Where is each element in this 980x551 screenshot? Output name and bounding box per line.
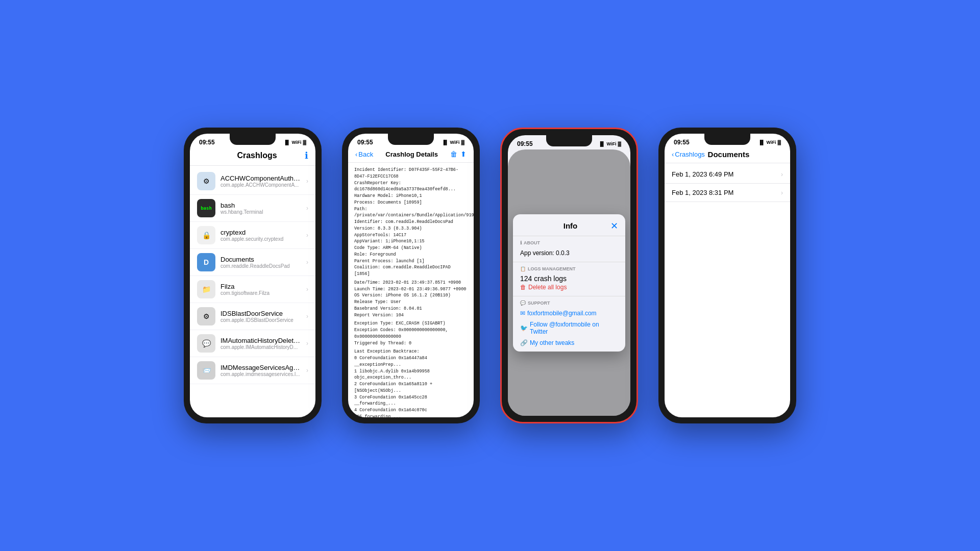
app-icon-ids: ⚙ [197,307,215,325]
app-info-documents: Documents com.readdle.ReaddleDocsPad [220,256,301,269]
content-2: Incident Identifier: D07F435F-55F2-47B6-… [348,163,474,417]
notch4 [704,134,750,145]
info-overlay: Info ✕ ℹ ABOUT App version: 0.0.3 [508,149,630,416]
chevron-imd: › [306,367,308,374]
nav-title-1: Crashlogs [209,151,305,160]
app-icon-imd: 📨 [197,361,215,380]
info-section-about: ℹ ABOUT App version: 0.0.3 [513,236,625,262]
status-time-1: 09:55 [199,139,215,146]
app-name-documents: Documents [220,256,301,263]
app-name-cryptexd: cryptexd [220,229,301,236]
signal-icon-2: ▐▌ [442,140,449,145]
notch1 [230,134,276,145]
app-item-im[interactable]: 💬 IMAutomaticHistoryDeletion... com.appl… [190,330,315,357]
status-time-4: 09:55 [674,139,690,146]
app-icon-filza: 📁 [197,280,215,298]
twitter-icon: 🐦 [520,324,528,332]
app-item-documents[interactable]: D Documents com.readdle.ReaddleDocsPad › [190,249,315,276]
phone2-crashlog-detail: 09:55 ▐▌ WiFi ▓ ‹ Back Crashlog Details … [342,128,480,423]
wifi-icon-1: WiFi [292,140,302,145]
app-item-filza[interactable]: 📁 Filza com.tigisoftware.Filza › [190,276,315,303]
app-info-acchw: ACCHWComponentAuthSer... com.apple.ACCHW… [220,174,301,188]
status-icons-1: ▐▌ WiFi ▓ [284,140,306,145]
nav-actions-2: 🗑 ⬆ [450,150,467,158]
app-info-bash: bash ws.hbang.Terminal [220,202,301,215]
doc-chevron-2: › [781,189,783,196]
app-info-im: IMAutomaticHistoryDeletion... com.apple.… [220,337,301,350]
back-button-4[interactable]: ‹ Crashlogs [672,151,705,158]
nav-bar-1: Crashlogs ℹ [190,148,315,166]
app-bundle-documents: com.readdle.ReaddleDocsPad [220,263,301,269]
doc-date-1: Feb 1, 2023 6:49 PM [672,170,733,178]
status-icons-4: ▐▌ WiFi ▓ [758,140,781,145]
app-icon-acchw: ⚙ [197,172,215,190]
chevron-im: › [306,340,308,347]
about-label: ℹ ABOUT [520,240,618,245]
app-version-row: App version: 0.0.3 [520,248,618,258]
app-bundle-cryptexd: com.apple.security.cryptexd [220,236,301,242]
app-item-ids[interactable]: ⚙ IDSBlastDoorService com.apple.IDSBlast… [190,303,315,330]
content-3: Info ✕ ℹ ABOUT App version: 0.0.3 [508,149,630,416]
app-bundle-bash: ws.hbang.Terminal [220,209,301,215]
crash-detail-content: Incident Identifier: D07F435F-55F2-47B6-… [348,163,474,417]
phone1-crashlogs: 09:55 ▐▌ WiFi ▓ Crashlogs ℹ ⚙ ACCHWCompo… [184,128,322,423]
battery-icon-2: ▓ [461,140,464,145]
email-row[interactable]: ✉ foxfortmobile@gmail.com [520,309,618,318]
app-name-acchw: ACCHWComponentAuthSer... [220,174,301,182]
info-icon-1[interactable]: ℹ [305,150,308,161]
doc-item-1[interactable]: Feb 1, 2023 6:49 PM › [665,165,790,184]
doc-item-2[interactable]: Feb 1, 2023 8:31 PM › [665,184,790,202]
other-tweaks-row[interactable]: 🔗 My other tweaks [520,338,618,347]
app-item-imd[interactable]: 📨 IMDMessageServicesAgent com.apple.imdm… [190,357,315,384]
app-bundle-imd: com.apple.imdmessageservices.l... [220,371,301,377]
app-name-ids: IDSBlastDoorService [220,310,301,317]
notch3 [546,135,592,146]
info-modal-title: Info [530,221,610,230]
chevron-documents: › [306,259,308,266]
chevron-cryptexd: › [306,232,308,239]
content-1: ⚙ ACCHWComponentAuthSer... com.apple.ACC… [190,166,315,417]
app-item-acchw[interactable]: ⚙ ACCHWComponentAuthSer... com.apple.ACC… [190,168,315,195]
about-icon: ℹ [520,240,522,245]
twitter-row[interactable]: 🐦 Follow @foxfortmobile on Twitter [520,320,618,336]
app-icon-cryptexd: 🔒 [197,226,215,244]
content-4: Feb 1, 2023 6:49 PM › Feb 1, 2023 8:31 P… [665,163,790,417]
logs-label: 📋 LOGS MANAGEMENT [520,266,618,271]
back-button-2[interactable]: ‹ Back [355,151,373,158]
status-icons-2: ▐▌ WiFi ▓ [442,140,464,145]
delete-icon-2[interactable]: 🗑 [450,150,457,158]
share-icon-2[interactable]: ⬆ [460,150,467,158]
info-modal: Info ✕ ℹ ABOUT App version: 0.0.3 [513,214,625,352]
app-name-im: IMAutomaticHistoryDeletion... [220,337,301,344]
logs-icon: 📋 [520,266,526,271]
close-button[interactable]: ✕ [610,220,618,232]
app-icon-im: 💬 [197,334,215,353]
app-bundle-im: com.apple.IMAutomaticHistoryD... [220,344,301,350]
app-name-bash: bash [220,202,301,209]
app-bundle-acchw: com.apple.ACCHWComponentA... [220,182,301,188]
app-info-ids: IDSBlastDoorService com.apple.IDSBlastDo… [220,310,301,323]
crash-logs-count: 124 crash logs [520,274,618,283]
doc-list: Feb 1, 2023 6:49 PM › Feb 1, 2023 8:31 P… [665,163,790,204]
signal-icon-3: ▐▌ [599,141,605,146]
nav-bar-2: ‹ Back Crashlog Details 🗑 ⬆ [348,148,474,163]
doc-date-2: Feb 1, 2023 8:31 PM [672,189,733,196]
phone4-documents: 09:55 ▐▌ WiFi ▓ ‹ Crashlogs Documents Fe… [658,128,796,423]
app-name-filza: Filza [220,283,301,290]
app-item-cryptexd[interactable]: 🔒 cryptexd com.apple.security.cryptexd › [190,222,315,249]
wifi-icon-4: WiFi [767,140,776,145]
nav-title-2: Crashlog Details [373,151,450,158]
battery-icon-1: ▓ [303,140,306,145]
signal-icon-1: ▐▌ [284,140,290,145]
status-icons-3: ▐▌ WiFi ▓ [599,141,621,146]
chevron-bash: › [306,205,308,212]
app-bundle-filza: com.tigisoftware.Filza [220,290,301,296]
app-item-bash[interactable]: bash bash ws.hbang.Terminal › [190,195,315,222]
delete-all-logs-row[interactable]: 🗑 Delete all logs [520,283,618,292]
app-icon-documents: D [197,253,215,271]
wifi-icon-2: WiFi [450,140,460,145]
email-icon: ✉ [520,310,525,317]
app-info-imd: IMDMessageServicesAgent com.apple.imdmes… [220,364,301,377]
battery-icon-3: ▓ [618,141,621,146]
info-modal-header: Info ✕ [513,214,625,236]
